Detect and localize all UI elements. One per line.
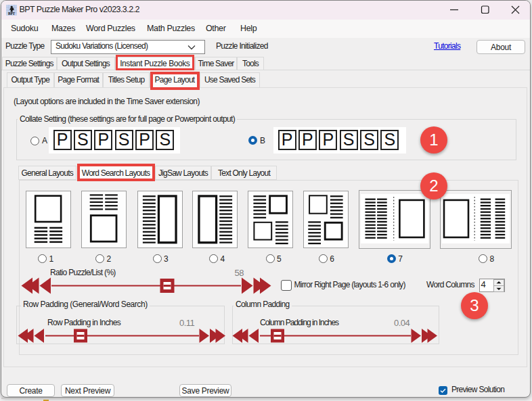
svg-text:BPT: BPT [8,11,16,16]
